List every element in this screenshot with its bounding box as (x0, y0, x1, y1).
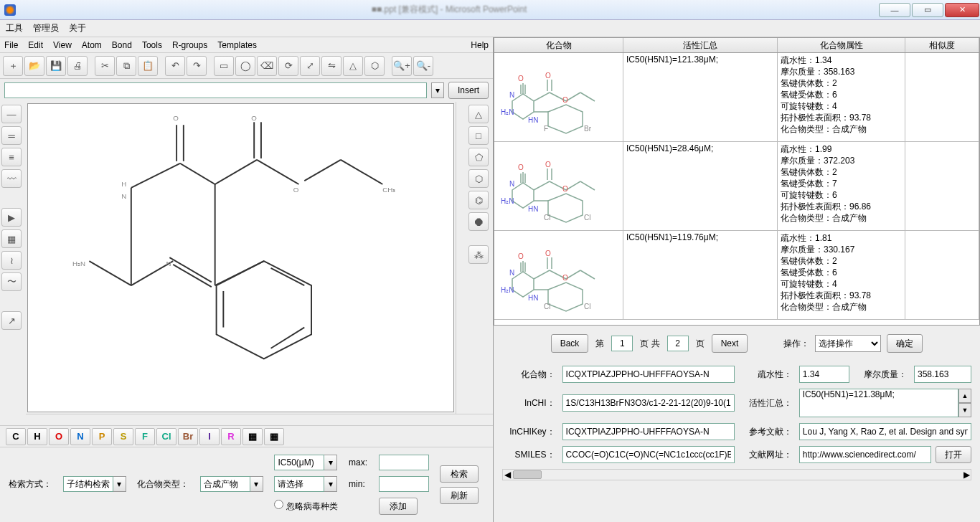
canvas-vscroll[interactable] (456, 102, 467, 414)
activity-field[interactable]: IC50(H5N1)=121.38μM; (799, 389, 958, 417)
atom-P-button[interactable]: P (92, 428, 112, 445)
menu-atom[interactable]: Atom (82, 40, 102, 50)
periodic-full-icon[interactable]: ▦ (242, 428, 263, 445)
reflect-h-icon[interactable]: ⇋ (321, 56, 341, 76)
atom-H-button[interactable]: H (27, 428, 47, 445)
clean-icon[interactable]: ⬡ (364, 56, 385, 76)
atom-O-button[interactable]: O (49, 428, 69, 445)
smiles-input[interactable] (4, 82, 427, 98)
copy-icon[interactable]: ⧉ (116, 56, 136, 76)
select-rect-icon[interactable]: ▭ (214, 56, 234, 76)
menu-templates[interactable]: Templates (217, 40, 257, 50)
ignore-virus-radio[interactable] (274, 500, 283, 509)
refresh-button[interactable]: 刷新 (440, 487, 479, 504)
atom-I-button[interactable]: I (199, 428, 220, 445)
octagon-icon[interactable]: ⯃ (468, 212, 489, 231)
periodic-compact-icon[interactable]: ▦ (264, 428, 284, 445)
rev-arrow-icon[interactable]: ▦ (1, 229, 22, 248)
smiles-dropdown[interactable]: ▾ (431, 82, 444, 98)
ctype-select[interactable] (200, 476, 250, 492)
inchi-field[interactable] (562, 394, 735, 412)
minimize-button[interactable]: — (879, 3, 910, 17)
insert-button[interactable]: Insert (448, 82, 489, 99)
zoom-out-icon[interactable]: 🔍- (413, 56, 433, 76)
ctype-dropdown[interactable]: ▾ (250, 476, 263, 492)
ic50-select[interactable] (274, 455, 324, 470)
arrow-icon[interactable]: ▶ (1, 208, 22, 227)
square-icon[interactable]: □ (468, 126, 489, 145)
op-select[interactable]: 选择操作 (815, 335, 881, 352)
sine-icon[interactable]: 〜 (1, 272, 22, 291)
atom-Br-button[interactable]: Br (178, 428, 198, 445)
print-icon[interactable]: 🖨 (67, 56, 88, 76)
undo-icon[interactable]: ↶ (165, 56, 185, 76)
method-dropdown[interactable]: ▾ (113, 476, 126, 492)
menu-view[interactable]: View (53, 40, 72, 50)
th-props[interactable]: 化合物属性 (778, 38, 905, 52)
confirm-button[interactable]: 确定 (887, 334, 923, 353)
search-button[interactable]: 检索 (440, 465, 479, 483)
add-button[interactable]: 添加 (379, 498, 418, 515)
squiggle-icon[interactable]: ≀ (1, 251, 22, 270)
ic50-dropdown[interactable]: ▾ (324, 455, 337, 470)
close-button[interactable]: ✕ (945, 3, 979, 17)
slash-icon[interactable]: ↗ (1, 311, 22, 330)
results-body[interactable]: OOO H₂NNHN FBr IC50(H5N1)=121.38μM; 疏水性：… (494, 53, 980, 326)
triangle-icon[interactable]: △ (468, 105, 489, 123)
back-button[interactable]: Back (551, 334, 589, 353)
single-bond-icon[interactable]: — (1, 105, 22, 123)
atom-F-button[interactable]: F (135, 428, 155, 445)
th-similarity[interactable]: 相似度 (905, 38, 979, 52)
maximize-button[interactable]: ▭ (912, 3, 943, 17)
zoom-in-icon[interactable]: 🔍+ (392, 56, 412, 76)
min-input[interactable] (379, 476, 429, 492)
compound-field[interactable] (562, 366, 735, 383)
activity-scroll-down[interactable]: ▼ (958, 403, 971, 417)
menu-tools[interactable]: Tools (142, 40, 162, 50)
activity-hscroll[interactable]: ◀▶ (502, 469, 971, 480)
atom-C-button[interactable]: C (6, 428, 26, 445)
smiles-field[interactable] (562, 446, 735, 463)
activity-scroll-up[interactable]: ▲ (958, 389, 971, 403)
menu-bond[interactable]: Bond (112, 40, 132, 50)
result-row[interactable]: OOO H₂NNHN ClCl IC50(H5N1)=119.76μM; 疏水性… (494, 231, 979, 320)
result-row[interactable]: OOO H₂NNHN ClCl IC50(H5N1)=28.46μM; 疏水性：… (494, 142, 979, 231)
erase-icon[interactable]: ⌫ (257, 56, 277, 76)
atom-Cl-button[interactable]: Cl (156, 428, 176, 445)
filter-select[interactable] (274, 476, 324, 492)
triple-bond-icon[interactable]: ≡ (1, 148, 22, 166)
paste-icon[interactable]: 📋 (138, 56, 158, 76)
menu-about[interactable]: 关于 (69, 22, 86, 34)
mw-field[interactable] (914, 366, 971, 383)
pentagon-icon[interactable]: ⬠ (468, 148, 489, 166)
menu-help[interactable]: Help (471, 40, 489, 50)
save-icon[interactable]: 💾 (46, 56, 66, 76)
cut-icon[interactable]: ✂ (95, 56, 115, 76)
redo-icon[interactable]: ↷ (187, 56, 207, 76)
double-bond-icon[interactable]: ═ (1, 126, 22, 145)
next-button[interactable]: Next (712, 334, 748, 353)
new-icon[interactable]: ＋ (3, 56, 23, 76)
benzene-icon[interactable]: ⌬ (468, 191, 489, 209)
rgroup-icon[interactable]: ⁂ (468, 245, 489, 264)
menu-rgroups[interactable]: R-groups (172, 40, 207, 50)
menu-file[interactable]: File (4, 40, 18, 50)
atom-N-button[interactable]: N (70, 428, 90, 445)
filter-dropdown[interactable]: ▾ (324, 476, 337, 492)
logp-field[interactable] (799, 366, 849, 383)
atom-S-button[interactable]: S (113, 428, 133, 445)
wavy-bond-icon[interactable]: 〰 (1, 169, 22, 188)
th-activity[interactable]: 活性汇总 (623, 38, 778, 52)
hexagon-icon[interactable]: ⬡ (468, 169, 489, 188)
th-compound[interactable]: 化合物 (494, 38, 623, 52)
menu-tools[interactable]: 工具 (6, 22, 23, 34)
inchikey-field[interactable] (562, 423, 735, 440)
result-row[interactable]: OOO H₂NNHN FBr IC50(H5N1)=121.38μM; 疏水性：… (494, 53, 979, 142)
url-field[interactable] (799, 446, 931, 463)
open-icon[interactable]: 📂 (24, 56, 44, 76)
rotate-icon[interactable]: ⟳ (278, 56, 298, 76)
reflect-v-icon[interactable]: △ (343, 56, 363, 76)
open-url-button[interactable]: 打开 (936, 446, 971, 463)
zoom-fit-icon[interactable]: ⤢ (300, 56, 320, 76)
menu-admin[interactable]: 管理员 (33, 22, 59, 34)
